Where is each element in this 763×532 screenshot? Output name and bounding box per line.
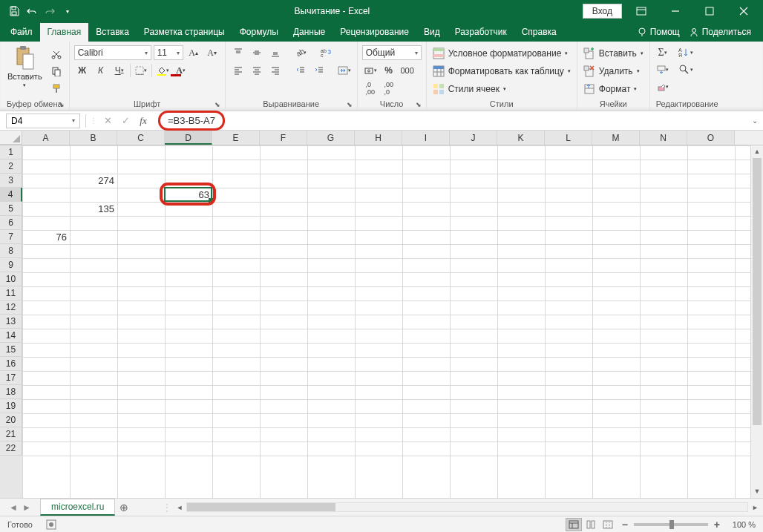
sheet-nav-prev-icon[interactable]: ◄ xyxy=(7,502,19,513)
column-header[interactable]: M xyxy=(592,131,640,145)
share-button[interactable]: Поделиться xyxy=(686,25,754,39)
zoom-slider[interactable] xyxy=(634,523,708,526)
delete-cells-button[interactable]: Удалить▾ xyxy=(582,63,641,79)
qat-customize-icon[interactable]: ▾ xyxy=(59,3,76,19)
cell-value[interactable]: 76 xyxy=(22,230,70,244)
comma-icon[interactable]: 000 xyxy=(399,63,416,78)
cell-value[interactable]: 135 xyxy=(70,202,117,216)
row-header[interactable]: 8 xyxy=(0,244,22,258)
add-sheet-icon[interactable]: ⊕ xyxy=(115,502,133,513)
row-header[interactable]: 18 xyxy=(0,385,22,399)
redo-icon[interactable] xyxy=(42,3,58,19)
horizontal-scrollbar[interactable]: ◄ ► xyxy=(171,502,763,512)
tab-formulas[interactable]: Формулы xyxy=(232,23,286,42)
cells-grid[interactable]: 2741357663 xyxy=(22,145,750,498)
formula-input[interactable]: =B3-B5-A7 xyxy=(152,111,747,131)
tab-home[interactable]: Главная xyxy=(40,23,89,42)
bold-button[interactable]: Ж xyxy=(74,63,91,78)
column-header[interactable]: L xyxy=(545,131,592,145)
merge-cells-icon[interactable]: ▾ xyxy=(336,63,353,78)
copy-icon[interactable] xyxy=(48,64,65,79)
scroll-right-icon[interactable]: ► xyxy=(749,504,762,511)
alignment-launcher-icon[interactable]: ⬊ xyxy=(347,101,353,108)
align-bottom-icon[interactable] xyxy=(267,45,284,60)
column-header[interactable]: I xyxy=(402,131,450,145)
column-header[interactable]: K xyxy=(497,131,545,145)
font-launcher-icon[interactable]: ⬊ xyxy=(215,101,220,108)
sheet-nav-next-icon[interactable]: ► xyxy=(21,502,33,513)
row-header[interactable]: 7 xyxy=(0,230,22,244)
row-header[interactable]: 20 xyxy=(0,413,22,427)
sheet-tab-active[interactable]: microexcel.ru xyxy=(40,499,115,516)
conditional-format-button[interactable]: Условное форматирование▾ xyxy=(431,45,570,62)
number-launcher-icon[interactable]: ⬊ xyxy=(416,101,422,108)
increase-font-icon[interactable]: A▴ xyxy=(186,45,202,60)
orientation-icon[interactable]: ab▾ xyxy=(292,45,309,60)
row-header[interactable]: 15 xyxy=(0,343,22,357)
number-format-combo[interactable]: Общий▾ xyxy=(362,45,422,60)
column-header[interactable]: G xyxy=(307,131,355,145)
name-box[interactable]: D4▾ xyxy=(6,114,80,128)
tab-developer[interactable]: Разработчик xyxy=(448,23,514,42)
scroll-down-icon[interactable]: ▼ xyxy=(751,485,763,498)
decrease-font-icon[interactable]: A▾ xyxy=(204,45,220,60)
tab-data[interactable]: Данные xyxy=(286,23,333,42)
borders-icon[interactable]: ▾ xyxy=(133,63,149,78)
column-header[interactable]: N xyxy=(640,131,687,145)
autosum-icon[interactable]: Σ▾ xyxy=(655,45,671,60)
tab-help[interactable]: Справка xyxy=(514,23,564,42)
format-painter-icon[interactable] xyxy=(48,81,65,96)
column-header[interactable]: J xyxy=(450,131,497,145)
tab-review[interactable]: Рецензирование xyxy=(333,23,416,42)
column-header[interactable]: E xyxy=(212,131,260,145)
tell-me[interactable]: Помощ xyxy=(634,25,683,39)
underline-button[interactable]: Ч▾ xyxy=(111,63,128,78)
row-header[interactable]: 1 xyxy=(0,145,22,160)
tab-layout[interactable]: Разметка страницы xyxy=(137,23,232,42)
row-header[interactable]: 16 xyxy=(0,357,22,371)
tab-insert[interactable]: Вставка xyxy=(88,23,137,42)
cut-icon[interactable] xyxy=(48,47,65,62)
view-page-break-icon[interactable] xyxy=(600,518,616,531)
view-normal-icon[interactable] xyxy=(566,518,582,531)
decrease-decimal-icon[interactable]: ,00,0 xyxy=(381,81,397,96)
scroll-left-icon[interactable]: ◄ xyxy=(173,504,186,511)
format-cells-button[interactable]: Формат▾ xyxy=(582,81,639,97)
italic-button[interactable]: К xyxy=(93,63,109,78)
hscroll-thumb[interactable] xyxy=(187,503,335,511)
paste-button[interactable]: Вставить▾ xyxy=(4,44,45,90)
cancel-formula-icon[interactable]: ✕ xyxy=(99,114,117,128)
align-top-icon[interactable] xyxy=(230,45,246,60)
column-header[interactable]: F xyxy=(260,131,307,145)
row-header[interactable]: 9 xyxy=(0,258,22,272)
close-icon[interactable] xyxy=(729,0,759,22)
insert-cells-button[interactable]: Вставить▾ xyxy=(582,45,645,62)
align-center-icon[interactable] xyxy=(249,63,265,78)
undo-icon[interactable] xyxy=(24,3,40,19)
row-header[interactable]: 14 xyxy=(0,329,22,343)
sort-filter-icon[interactable]: АЯ▾ xyxy=(674,45,698,60)
vertical-scrollbar[interactable]: ▲ ▼ xyxy=(750,145,763,498)
find-select-icon[interactable]: ▾ xyxy=(674,62,698,77)
clear-icon[interactable]: ▾ xyxy=(655,79,671,94)
enter-formula-icon[interactable]: ✓ xyxy=(117,114,134,128)
row-header[interactable]: 11 xyxy=(0,286,22,301)
column-header[interactable]: O xyxy=(687,131,735,145)
align-middle-icon[interactable] xyxy=(249,45,265,60)
increase-indent-icon[interactable] xyxy=(311,63,327,78)
decrease-indent-icon[interactable] xyxy=(292,63,309,78)
column-header[interactable]: H xyxy=(355,131,402,145)
expand-formula-bar-icon[interactable]: ⌄ xyxy=(747,116,763,125)
increase-decimal-icon[interactable]: ,0,00 xyxy=(362,81,379,96)
maximize-icon[interactable] xyxy=(695,0,724,22)
row-header[interactable]: 6 xyxy=(0,216,22,230)
tab-view[interactable]: Вид xyxy=(416,23,448,42)
sign-in-button[interactable]: Вход xyxy=(583,4,622,19)
format-as-table-button[interactable]: Форматировать как таблицу▾ xyxy=(431,63,572,79)
tab-file[interactable]: Файл xyxy=(3,23,40,42)
ribbon-display-icon[interactable] xyxy=(626,0,656,22)
row-header[interactable]: 4 xyxy=(0,188,22,202)
macro-record-icon[interactable] xyxy=(46,519,56,530)
column-header[interactable]: D xyxy=(165,131,212,145)
column-header[interactable]: B xyxy=(70,131,117,145)
